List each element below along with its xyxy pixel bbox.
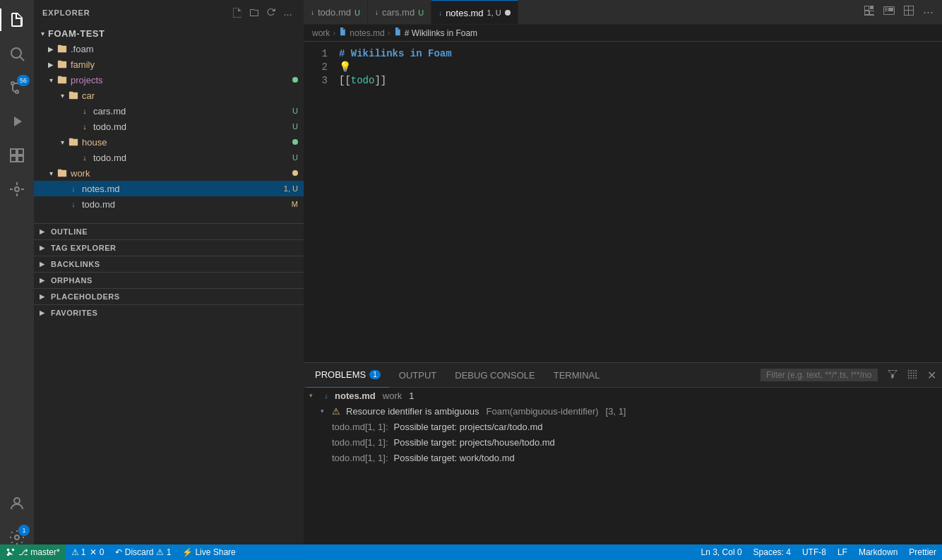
customize-layout-icon[interactable] (900, 5, 917, 19)
panel-content: ▾ ↓ notes.md work 1 ▾ ⚠ Resource identif… (304, 388, 942, 560)
car-folder-label: car (82, 90, 304, 101)
wikilink-open: [[ (339, 75, 351, 86)
sidebar-root-item[interactable]: ▾ FOAM-TEST (34, 25, 304, 41)
panel-filter-input[interactable] (761, 369, 878, 381)
new-file-icon[interactable] (230, 6, 244, 20)
status-formatter[interactable]: Prettier (903, 544, 942, 560)
svg-point-4 (16, 90, 18, 93)
sidebar-item-family[interactable]: ▶ family (34, 56, 304, 72)
tab-todo[interactable]: ↓ todo.md U (304, 0, 368, 25)
breadcrumb-file-icon2 (393, 28, 402, 38)
sidebar-item-work[interactable]: ▾ work (34, 165, 304, 181)
outline-section[interactable]: ▶ OUTLINE (34, 224, 304, 239)
outline-label: OUTLINE (51, 227, 88, 236)
refresh-icon[interactable] (264, 6, 278, 20)
activity-icon-foam[interactable] (0, 172, 34, 206)
panel-tab-actions: ✕ (758, 369, 939, 382)
tab-notes-icon: ↓ (439, 9, 442, 17)
sidebar-item-projects[interactable]: ▾ projects (34, 72, 304, 88)
settings-badge: 1 (18, 525, 30, 536)
sidebar-item-cars-md[interactable]: ▶ ↓ cars.md U (34, 103, 304, 119)
panel-tab-problems[interactable]: PROBLEMS 1 (306, 363, 389, 388)
activity-icon-extensions[interactable] (0, 138, 34, 172)
warning-position: [3, 1] (606, 406, 626, 417)
work-todo-icon: ↓ (68, 198, 79, 210)
notes-entry-count: 1 (409, 391, 414, 401)
activity-bar: 56 1 (0, 0, 34, 560)
more-actions-icon[interactable]: ... (281, 6, 295, 20)
panel-tabs: PROBLEMS 1 OUTPUT DEBUG CONSOLE TERMINAL (304, 363, 942, 388)
tab-cars[interactable]: ↓ cars.md U (368, 0, 431, 25)
status-discard[interactable]: ↶ Discard ⚠ 1 (109, 544, 177, 560)
spaces-label: Spaces: 4 (753, 547, 791, 557)
sidebar-item-car[interactable]: ▾ car (34, 88, 304, 103)
activity-icon-run[interactable] (0, 105, 34, 138)
cars-md-label: cars.md (93, 106, 292, 117)
breadcrumb-work[interactable]: work (312, 28, 330, 38)
breadcrumb-heading[interactable]: # Wikilinks in Foam (405, 28, 477, 38)
panel-target-3[interactable]: todo.md[1, 1]: Possible target: work/tod… (304, 450, 942, 465)
sidebar-item-house-todo[interactable]: ▶ ↓ todo.md U (34, 150, 304, 165)
favorites-arrow: ▶ (40, 309, 48, 317)
panel-target-2[interactable]: todo.md[1, 1]: Possible target: projects… (304, 434, 942, 450)
activity-icon-account[interactable] (0, 487, 34, 520)
panel-tab-output[interactable]: OUTPUT (390, 363, 445, 388)
status-language[interactable]: Markdown (853, 544, 903, 560)
sidebar-item-house[interactable]: ▾ house (34, 134, 304, 150)
close-panel-icon[interactable]: ✕ (924, 369, 939, 382)
filter-icon[interactable] (885, 369, 900, 381)
status-encoding[interactable]: UTF-8 (797, 544, 832, 560)
sidebar-item-car-todo[interactable]: ▶ ↓ todo.md U (34, 119, 304, 134)
tab-todo-icon: ↓ (311, 8, 314, 16)
panel-tab-terminal[interactable]: TERMINAL (545, 363, 609, 388)
status-cursor[interactable]: Ln 3, Col 0 (696, 544, 748, 560)
work-dot (292, 170, 298, 176)
orphans-section[interactable]: ▶ ORPHANS (34, 273, 304, 288)
activity-icon-search[interactable] (0, 37, 34, 71)
target3-message: Possible target: work/todo.md (394, 453, 515, 463)
house-folder-label: house (82, 137, 292, 148)
activity-icon-source-control[interactable]: 56 (0, 71, 34, 105)
new-folder-icon[interactable] (247, 6, 261, 20)
tag-explorer-section[interactable]: ▶ TAG EXPLORER (34, 240, 304, 256)
editor-area: ↓ todo.md U ↓ cars.md U ↓ notes.md 1, U (304, 0, 942, 560)
status-spaces[interactable]: Spaces: 4 (748, 544, 797, 560)
sidebar-item-notes-md[interactable]: ▶ ↓ notes.md 1, U (34, 181, 304, 196)
sidebar-item-work-todo[interactable]: ▶ ↓ todo.md M (34, 196, 304, 212)
tab-notes-badge: 1, U (487, 8, 501, 17)
panel-entry-notes[interactable]: ▾ ↓ notes.md work 1 (304, 388, 942, 403)
svg-point-12 (7, 549, 10, 552)
svg-point-9 (15, 187, 19, 191)
toggle-panel-icon[interactable] (881, 5, 898, 19)
svg-point-10 (14, 498, 20, 504)
svg-rect-8 (18, 156, 23, 162)
svg-rect-5 (11, 149, 16, 155)
status-live-share[interactable]: ⚡ Live Share (177, 544, 241, 560)
status-eol[interactable]: LF (832, 544, 853, 560)
more-tab-actions-icon[interactable]: ··· (920, 5, 936, 20)
breadcrumb-notes[interactable]: notes.md (350, 28, 384, 38)
sidebar-item-foam[interactable]: ▶ .foam (34, 41, 304, 56)
notes-entry-icon: ↓ (321, 390, 332, 401)
favorites-section[interactable]: ▶ FAVORITES (34, 305, 304, 321)
status-branch[interactable]: ⎇ master* (0, 544, 66, 560)
panel-tab-debug[interactable]: DEBUG CONSOLE (446, 363, 543, 388)
wikilink-close: ]] (374, 75, 386, 86)
code-editor[interactable]: 1 # Wikilinks in Foam 2 💡 3 [[todo]] (304, 42, 942, 362)
maximize-panel-icon[interactable] (905, 369, 920, 381)
activity-icon-files[interactable] (0, 3, 34, 37)
placeholders-section[interactable]: ▶ PLACEHOLDERS (34, 289, 304, 304)
line-num-2: 2 (304, 61, 339, 74)
tab-notes[interactable]: ↓ notes.md 1, U (431, 0, 518, 25)
house-todo-badge: U (292, 153, 298, 162)
projects-folder-label: projects (71, 75, 292, 85)
tab-actions: ··· (855, 0, 942, 24)
terminal-label: TERMINAL (554, 370, 600, 381)
backlinks-section[interactable]: ▶ BACKLINKS (34, 256, 304, 272)
panel-target-1[interactable]: todo.md[1, 1]: Possible target: projects… (304, 419, 942, 434)
cursor-pos: Ln 3, Col 0 (701, 547, 742, 557)
status-warnings[interactable]: ⚠⚠ 1 1 ✕ 0 (66, 544, 110, 560)
split-editor-icon[interactable] (861, 5, 878, 19)
panel-warning-row[interactable]: ▾ ⚠ Resource identifier is ambiguous Foa… (304, 403, 942, 419)
breadcrumb: work › notes.md › # Wikilinks in Foam (304, 25, 942, 42)
